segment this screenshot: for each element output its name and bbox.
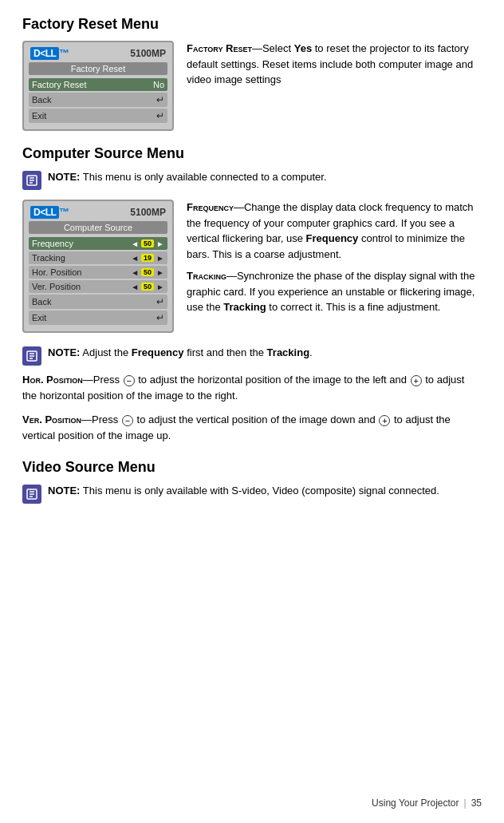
hor-position-para: Hor. Position—Press − to adjust the hori… xyxy=(22,372,482,404)
menu-item-exit[interactable]: Exit ↵ xyxy=(29,109,167,123)
factory-reset-desc-para: Factory Reset—Select Yes to reset the pr… xyxy=(187,41,482,88)
computer-source-section: Computer Source Menu NOTE: This menu is … xyxy=(22,145,482,445)
right-arrow-icon: ► xyxy=(156,283,164,291)
factory-reset-section: Factory Reset Menu D<LL™ 5100MP Factory … xyxy=(22,16,482,131)
menu-item-hor-position[interactable]: Hor. Position ◄ 50 ► xyxy=(29,266,167,279)
minus-circle-icon: − xyxy=(124,375,135,386)
right-arrow-icon: ► xyxy=(156,268,164,277)
dell-logo-2: D<LL™ xyxy=(30,206,69,218)
ver-position-term: Ver. Position xyxy=(22,413,81,425)
frequency-desc: Frequency—Change the display data clock … xyxy=(187,200,482,262)
frequency-term: Frequency xyxy=(187,201,234,213)
menu-item-icon: ↵ xyxy=(156,312,164,323)
menu-item-back[interactable]: Back ↵ xyxy=(29,93,167,107)
menu-item-factory-reset[interactable]: Factory Reset No xyxy=(29,78,167,91)
menu-item-label: Factory Reset xyxy=(32,80,86,89)
dell-logo: D<LL™ xyxy=(30,47,69,59)
left-arrow-icon: ◄ xyxy=(131,254,139,263)
menu-item-label: Ver. Position xyxy=(32,282,81,291)
tracking-term: Tracking xyxy=(187,270,226,282)
screen-title-bar: Factory Reset xyxy=(29,62,167,75)
video-source-title: Video Source Menu xyxy=(22,459,482,476)
tracking-desc: Tracking—Synchronize the phase of the di… xyxy=(187,268,482,315)
computer-source-title: Computer Source Menu xyxy=(22,145,482,162)
ver-position-para: Ver. Position—Press − to adjust the vert… xyxy=(22,412,482,444)
menu-item-icon: ↵ xyxy=(156,296,164,307)
screen-header: D<LL™ 5100MP xyxy=(29,47,167,59)
factory-reset-term: Factory Reset xyxy=(187,42,252,54)
menu-item-controls: ◄ 50 ► xyxy=(131,239,164,248)
computer-source-screen: D<LL™ 5100MP Computer Source Frequency ◄… xyxy=(22,200,174,333)
screen-title-bar-2: Computer Source xyxy=(29,221,167,234)
factory-reset-content: D<LL™ 5100MP Factory Reset Factory Reset… xyxy=(22,41,482,131)
model-label: 5100MP xyxy=(130,48,166,59)
note-text-2: NOTE: Adjust the Frequency first and the… xyxy=(48,346,313,360)
frequency-badge: 50 xyxy=(141,239,154,247)
menu-item-value: No xyxy=(153,80,164,89)
hor-position-term: Hor. Position xyxy=(22,374,83,386)
left-arrow-icon: ◄ xyxy=(131,283,139,291)
right-arrow-icon: ► xyxy=(156,254,164,263)
menu-item-label: Back xyxy=(32,95,51,105)
menu-item-back-2[interactable]: Back ↵ xyxy=(29,295,167,309)
plus-circle-icon: + xyxy=(411,375,422,386)
note-text-1: NOTE: This menu is only available connec… xyxy=(48,170,327,184)
menu-item-controls: ◄ 50 ► xyxy=(131,283,164,291)
note-pencil-icon-3 xyxy=(26,488,38,501)
left-arrow-icon: ◄ xyxy=(131,268,139,277)
note-text-3: NOTE: This menu is only available with S… xyxy=(48,484,439,498)
menu-item-exit-2[interactable]: Exit ↵ xyxy=(29,311,167,325)
menu-item-label: Tracking xyxy=(32,253,65,263)
model-label-2: 5100MP xyxy=(130,207,166,218)
menu-item-label: Hor. Position xyxy=(32,267,81,277)
note-pencil-icon xyxy=(26,174,38,187)
left-arrow-icon: ◄ xyxy=(131,239,139,248)
factory-reset-description: Factory Reset—Select Yes to reset the pr… xyxy=(187,41,482,131)
menu-item-controls: ◄ 50 ► xyxy=(131,268,164,277)
computer-source-content: D<LL™ 5100MP Computer Source Frequency ◄… xyxy=(22,200,482,333)
computer-source-note: NOTE: This menu is only available connec… xyxy=(22,170,482,190)
computer-source-note-2: NOTE: Adjust the Frequency first and the… xyxy=(22,346,482,366)
page-number: 35 xyxy=(471,797,482,809)
note-icon-3 xyxy=(22,485,41,504)
tracking-badge: 19 xyxy=(141,254,154,262)
plus-circle-icon-2: + xyxy=(379,415,390,426)
right-arrow-icon: ► xyxy=(156,239,164,248)
ver-badge: 50 xyxy=(141,283,154,291)
menu-item-controls: ◄ 19 ► xyxy=(131,254,164,263)
footer-label: Using Your Projector xyxy=(372,797,459,809)
video-source-section: Video Source Menu NOTE: This menu is onl… xyxy=(22,459,482,504)
hor-badge: 50 xyxy=(141,268,154,276)
screen-header-2: D<LL™ 5100MP xyxy=(29,206,167,218)
menu-item-ver-position[interactable]: Ver. Position ◄ 50 ► xyxy=(29,280,167,293)
video-source-note: NOTE: This menu is only available with S… xyxy=(22,484,482,504)
menu-item-label: Back xyxy=(32,297,51,307)
note-pencil-icon-2 xyxy=(26,350,38,362)
page-footer: Using Your Projector | 35 xyxy=(372,797,482,809)
menu-item-icon: ↵ xyxy=(156,94,164,105)
menu-item-label: Exit xyxy=(32,111,46,121)
menu-item-label: Exit xyxy=(32,313,46,322)
minus-circle-icon-2: − xyxy=(122,415,133,426)
footer-divider: | xyxy=(464,797,467,809)
note-icon xyxy=(22,171,41,190)
menu-item-icon: ↵ xyxy=(156,110,164,121)
factory-reset-screen: D<LL™ 5100MP Factory Reset Factory Reset… xyxy=(22,41,174,131)
factory-reset-title: Factory Reset Menu xyxy=(22,16,482,33)
computer-source-description: Frequency—Change the display data clock … xyxy=(187,200,482,333)
menu-item-tracking[interactable]: Tracking ◄ 19 ► xyxy=(29,251,167,264)
note-icon-2 xyxy=(22,346,41,366)
menu-item-frequency[interactable]: Frequency ◄ 50 ► xyxy=(29,237,167,250)
menu-item-label: Frequency xyxy=(32,239,73,248)
